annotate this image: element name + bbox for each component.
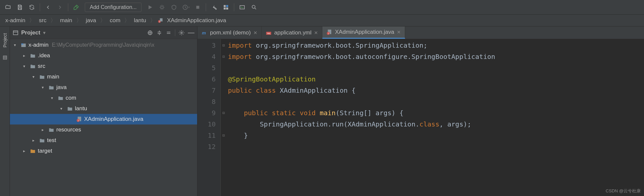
gear-icon[interactable]	[179, 30, 185, 36]
code-line[interactable]: public static void main(String[] args) {	[228, 107, 644, 119]
tree-arrow-icon[interactable]: ▸	[23, 149, 28, 153]
code-line[interactable]	[228, 141, 644, 152]
tree-row[interactable]: ▾src	[10, 61, 197, 72]
fold-handle[interactable]	[221, 62, 227, 74]
open-icon[interactable]	[3, 2, 13, 13]
tree-label: .idea	[38, 52, 50, 59]
tree-row[interactable]: ▸resources	[10, 124, 197, 135]
tree-arrow-icon[interactable]: ▾	[51, 96, 56, 100]
save-icon[interactable]	[15, 2, 25, 13]
project-tool-button[interactable]: Project	[2, 33, 8, 48]
chevron-down-icon[interactable]: ▾	[43, 30, 46, 36]
fold-handle[interactable]	[221, 85, 227, 96]
line-number: 12	[197, 141, 216, 152]
tree-arrow-icon[interactable]: ▸	[23, 53, 28, 58]
java-file-icon: J	[158, 18, 163, 23]
editor-tab[interactable]: mpom.xml (demo)✕	[197, 26, 262, 39]
tab-label: application.yml	[274, 29, 311, 36]
build-icon[interactable]	[71, 2, 81, 13]
fold-handle[interactable]	[221, 119, 227, 130]
tree-row[interactable]: ▾com	[10, 93, 197, 103]
fold-handle[interactable]: ⊟	[221, 40, 227, 51]
minimize-icon[interactable]: —	[188, 29, 194, 36]
yml-icon: YML	[266, 30, 272, 36]
svg-point-0	[161, 6, 164, 9]
breadcrumb-item[interactable]: XAdminApplication.java	[165, 17, 228, 24]
code-line[interactable]	[228, 96, 644, 107]
select-opened-icon[interactable]	[147, 30, 153, 36]
close-icon[interactable]: ✕	[314, 30, 318, 35]
line-gutter: 3456789101112	[197, 39, 221, 196]
tree-arrow-icon[interactable]: ▾	[14, 43, 19, 47]
expand-all-icon[interactable]	[156, 30, 162, 36]
tree-arrow-icon[interactable]: ▾	[42, 85, 46, 90]
svg-rect-11	[160, 18, 163, 21]
code-content[interactable]: import org.springframework.boot.SpringAp…	[227, 39, 644, 196]
fold-column[interactable]: ⊟⊟⊟⊟	[221, 39, 227, 196]
breadcrumb-item[interactable]: java	[84, 17, 98, 24]
run-anything-icon[interactable]	[237, 2, 247, 13]
tree-row[interactable]: ▾lantu	[10, 103, 197, 114]
breadcrumb-item[interactable]: x-admin	[3, 17, 27, 24]
fold-handle[interactable]	[221, 141, 227, 152]
tree-row[interactable]: JXAdminApplication.java	[10, 114, 197, 124]
code-line[interactable]: SpringApplication.run(XAdminApplication.…	[228, 119, 644, 130]
close-icon[interactable]: ✕	[397, 29, 401, 35]
breadcrumb-item[interactable]: src	[37, 17, 48, 24]
tree-arrow-icon[interactable]: ▾	[23, 64, 28, 69]
back-icon[interactable]	[43, 2, 53, 13]
forward-icon[interactable]	[55, 2, 65, 13]
tree-arrow-icon[interactable]: ▸	[42, 127, 46, 132]
main-content: Project ▤ Project ▾ — ▾x-adminE:\MyCompu…	[0, 26, 644, 196]
editor-tab[interactable]: JXAdminApplication.java✕	[322, 26, 405, 39]
breadcrumb-item[interactable]: com	[108, 17, 122, 24]
debug-icon[interactable]	[157, 2, 167, 13]
tree-row[interactable]: ▾x-adminE:\MyComputer\Programming\Java\q…	[10, 40, 197, 50]
tree-arrow-icon[interactable]: ▸	[32, 138, 37, 143]
fold-handle[interactable]: ⊟	[221, 130, 227, 141]
tree-row[interactable]: ▸.idea	[10, 50, 197, 61]
structure-tool-icon[interactable]: ▤	[3, 54, 7, 60]
tree-row[interactable]: ▾java	[10, 82, 197, 93]
run-icon[interactable]	[145, 2, 155, 13]
collapse-all-icon[interactable]	[166, 30, 172, 36]
code-line[interactable]	[228, 62, 644, 74]
code-editor[interactable]: 3456789101112 ⊟⊟⊟⊟ import org.springfram…	[197, 39, 644, 196]
tree-row[interactable]: ▾main	[10, 72, 197, 82]
search-icon[interactable]	[249, 2, 259, 13]
stop-icon[interactable]	[192, 2, 203, 13]
tree-row[interactable]: ▸test	[10, 135, 197, 146]
folder-icon	[30, 53, 36, 59]
code-line[interactable]: import org.springframework.boot.autoconf…	[228, 51, 644, 62]
code-line[interactable]: import org.springframework.boot.SpringAp…	[228, 40, 644, 51]
tree-arrow-icon[interactable]: ▾	[60, 106, 65, 111]
maven-icon: m	[201, 30, 207, 36]
fold-handle[interactable]	[221, 74, 227, 85]
fold-handle[interactable]	[221, 96, 227, 107]
close-icon[interactable]: ✕	[253, 30, 257, 35]
svg-rect-12	[13, 31, 18, 35]
code-line[interactable]: @SpringBootApplication	[228, 74, 644, 85]
code-line[interactable]: public class XAdminApplication {	[228, 85, 644, 96]
project-structure-icon[interactable]	[221, 2, 231, 13]
refresh-icon[interactable]	[27, 2, 37, 13]
code-line[interactable]: }	[228, 130, 644, 141]
fold-handle[interactable]: ⊟	[221, 51, 227, 62]
tree-row[interactable]: ▸target	[10, 146, 197, 156]
coverage-icon[interactable]	[169, 2, 179, 13]
tree-arrow-icon[interactable]: ▾	[32, 74, 37, 79]
project-tree[interactable]: ▾x-adminE:\MyComputer\Programming\Java\q…	[10, 39, 197, 196]
wrench-icon[interactable]	[209, 2, 219, 13]
run-config-selector[interactable]: Add Configuration...	[85, 3, 141, 12]
tree-label: src	[38, 63, 45, 70]
svg-point-14	[181, 32, 183, 33]
svg-text:m: m	[202, 30, 206, 35]
fold-handle[interactable]: ⊟	[221, 107, 227, 119]
profile-icon[interactable]: ▾	[181, 2, 191, 13]
line-number: 10	[197, 119, 216, 130]
editor-tab[interactable]: YMLapplication.yml✕	[262, 26, 322, 39]
svg-rect-7	[240, 5, 245, 9]
breadcrumb-item[interactable]: main	[58, 17, 74, 24]
breadcrumb-item[interactable]: lantu	[132, 17, 148, 24]
line-number: 8	[197, 96, 216, 107]
